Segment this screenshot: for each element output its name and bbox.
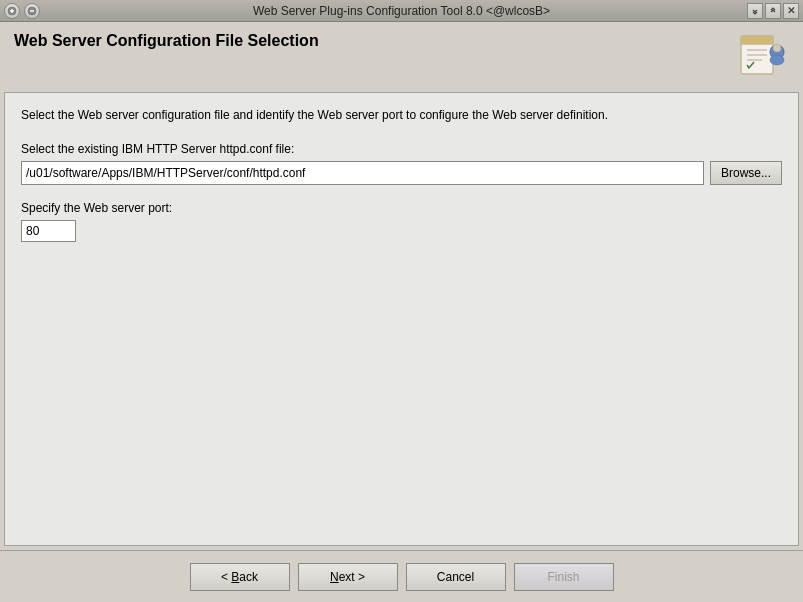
titlebar-left xyxy=(4,3,40,19)
finish-button[interactable]: Finish xyxy=(514,563,614,591)
titlebar-menu-btn[interactable] xyxy=(4,3,20,19)
window-header: Web Server Configuration File Selection xyxy=(0,22,803,92)
cancel-button[interactable]: Cancel xyxy=(406,563,506,591)
main-window: Web Server Configuration File Selection xyxy=(0,22,803,602)
browse-button[interactable]: Browse... xyxy=(710,161,782,185)
conf-file-section: Select the existing IBM HTTP Server http… xyxy=(21,142,782,185)
conf-file-row: Browse... xyxy=(21,161,782,185)
port-label: Specify the Web server port: xyxy=(21,201,782,215)
titlebar-controls: ✕ xyxy=(747,3,799,19)
titlebar-close-btn[interactable]: ✕ xyxy=(783,3,799,19)
titlebar-restore-btn[interactable] xyxy=(765,3,781,19)
wizard-icon xyxy=(737,32,789,84)
titlebar-minimize-btn[interactable] xyxy=(747,3,763,19)
svg-point-12 xyxy=(770,55,784,65)
port-input[interactable] xyxy=(21,220,76,242)
conf-file-label: Select the existing IBM HTTP Server http… xyxy=(21,142,782,156)
titlebar: Web Server Plug-ins Configuration Tool 8… xyxy=(0,0,803,22)
svg-point-11 xyxy=(773,44,781,52)
titlebar-extra-btn[interactable] xyxy=(24,3,40,19)
port-section: Specify the Web server port: xyxy=(21,201,782,242)
conf-file-input[interactable] xyxy=(21,161,704,185)
next-button[interactable]: Next > xyxy=(298,563,398,591)
titlebar-title: Web Server Plug-ins Configuration Tool 8… xyxy=(253,4,550,18)
content-area: Select the Web server configuration file… xyxy=(4,92,799,546)
footer-button-bar: < Back Next > Cancel Finish xyxy=(0,550,803,602)
back-button[interactable]: < Back xyxy=(190,563,290,591)
page-title: Web Server Configuration File Selection xyxy=(14,32,319,50)
description-text: Select the Web server configuration file… xyxy=(21,107,782,124)
svg-rect-6 xyxy=(741,36,773,44)
